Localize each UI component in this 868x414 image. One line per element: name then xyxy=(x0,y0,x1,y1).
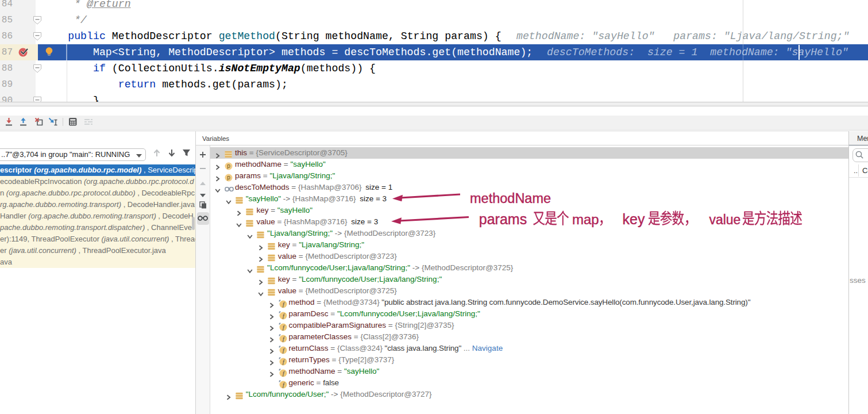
svg-text:params: params xyxy=(479,211,527,227)
svg-text:value: value xyxy=(709,212,740,227)
svg-text:key: key xyxy=(623,211,645,227)
svg-text:methodName: methodName xyxy=(470,191,551,206)
svg-text:map: map xyxy=(572,212,599,227)
